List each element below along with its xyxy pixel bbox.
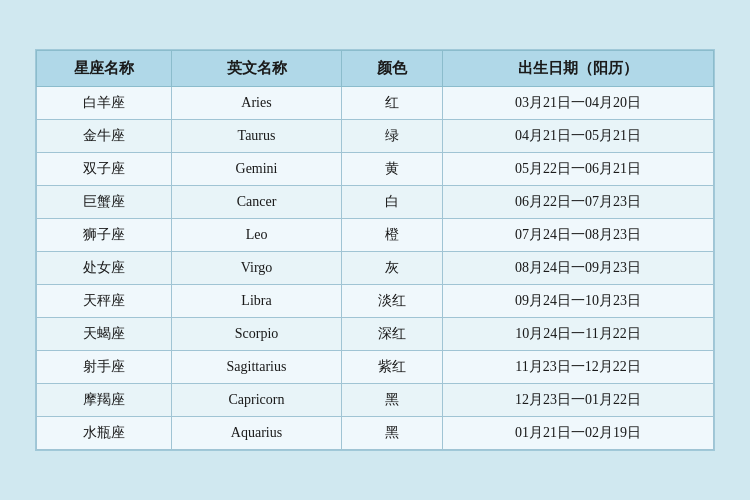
cell-color: 橙 (341, 219, 443, 252)
cell-date: 01月21日一02月19日 (443, 417, 714, 450)
cell-chinese: 双子座 (37, 153, 172, 186)
cell-chinese: 处女座 (37, 252, 172, 285)
cell-chinese: 天秤座 (37, 285, 172, 318)
cell-color: 黑 (341, 417, 443, 450)
cell-english: Virgo (172, 252, 341, 285)
cell-english: Scorpio (172, 318, 341, 351)
cell-chinese: 金牛座 (37, 120, 172, 153)
table-row: 双子座Gemini黄05月22日一06月21日 (37, 153, 714, 186)
table-row: 狮子座Leo橙07月24日一08月23日 (37, 219, 714, 252)
cell-date: 04月21日一05月21日 (443, 120, 714, 153)
cell-color: 白 (341, 186, 443, 219)
zodiac-table: 星座名称 英文名称 颜色 出生日期（阳历） 白羊座Aries红03月21日一04… (36, 50, 714, 450)
header-color: 颜色 (341, 51, 443, 87)
cell-date: 06月22日一07月23日 (443, 186, 714, 219)
cell-chinese: 水瓶座 (37, 417, 172, 450)
table-row: 水瓶座Aquarius黑01月21日一02月19日 (37, 417, 714, 450)
header-chinese: 星座名称 (37, 51, 172, 87)
table-row: 天蝎座Scorpio深红10月24日一11月22日 (37, 318, 714, 351)
cell-english: Capricorn (172, 384, 341, 417)
cell-color: 紫红 (341, 351, 443, 384)
cell-color: 黑 (341, 384, 443, 417)
cell-date: 09月24日一10月23日 (443, 285, 714, 318)
cell-english: Libra (172, 285, 341, 318)
cell-date: 07月24日一08月23日 (443, 219, 714, 252)
cell-color: 淡红 (341, 285, 443, 318)
table-body: 白羊座Aries红03月21日一04月20日金牛座Taurus绿04月21日一0… (37, 87, 714, 450)
cell-chinese: 巨蟹座 (37, 186, 172, 219)
cell-english: Cancer (172, 186, 341, 219)
table-row: 巨蟹座Cancer白06月22日一07月23日 (37, 186, 714, 219)
cell-color: 绿 (341, 120, 443, 153)
table-row: 射手座Sagittarius紫红11月23日一12月22日 (37, 351, 714, 384)
cell-chinese: 摩羯座 (37, 384, 172, 417)
table-header-row: 星座名称 英文名称 颜色 出生日期（阳历） (37, 51, 714, 87)
cell-color: 深红 (341, 318, 443, 351)
cell-chinese: 白羊座 (37, 87, 172, 120)
table-row: 天秤座Libra淡红09月24日一10月23日 (37, 285, 714, 318)
cell-color: 红 (341, 87, 443, 120)
cell-english: Aries (172, 87, 341, 120)
cell-english: Leo (172, 219, 341, 252)
cell-english: Gemini (172, 153, 341, 186)
cell-english: Aquarius (172, 417, 341, 450)
cell-date: 11月23日一12月22日 (443, 351, 714, 384)
cell-date: 03月21日一04月20日 (443, 87, 714, 120)
header-date: 出生日期（阳历） (443, 51, 714, 87)
cell-chinese: 天蝎座 (37, 318, 172, 351)
cell-date: 10月24日一11月22日 (443, 318, 714, 351)
cell-chinese: 射手座 (37, 351, 172, 384)
table-row: 白羊座Aries红03月21日一04月20日 (37, 87, 714, 120)
cell-english: Sagittarius (172, 351, 341, 384)
cell-color: 灰 (341, 252, 443, 285)
cell-date: 05月22日一06月21日 (443, 153, 714, 186)
zodiac-table-container: 星座名称 英文名称 颜色 出生日期（阳历） 白羊座Aries红03月21日一04… (35, 49, 715, 451)
table-row: 摩羯座Capricorn黑12月23日一01月22日 (37, 384, 714, 417)
cell-chinese: 狮子座 (37, 219, 172, 252)
table-row: 处女座Virgo灰08月24日一09月23日 (37, 252, 714, 285)
cell-date: 12月23日一01月22日 (443, 384, 714, 417)
cell-date: 08月24日一09月23日 (443, 252, 714, 285)
cell-english: Taurus (172, 120, 341, 153)
table-row: 金牛座Taurus绿04月21日一05月21日 (37, 120, 714, 153)
cell-color: 黄 (341, 153, 443, 186)
header-english: 英文名称 (172, 51, 341, 87)
